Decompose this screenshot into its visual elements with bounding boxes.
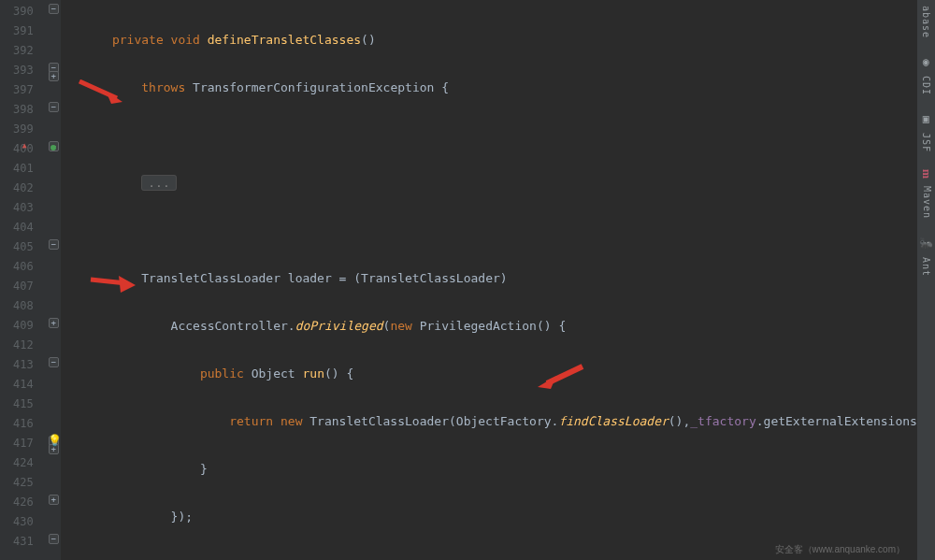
fold-expand-icon[interactable] [49,318,59,328]
line-number[interactable]: 424 [0,453,45,473]
line-number[interactable]: 416 [0,414,45,434]
line-number[interactable]: 413 [0,355,45,375]
line-number[interactable]: 412 [0,336,45,355]
fold-collapse-icon[interactable] [49,239,59,250]
fold-collapse-icon[interactable] [49,534,59,544]
line-number[interactable]: 431 [0,532,45,552]
cdi-icon: ◉ [919,55,932,69]
line-number[interactable]: 404 [0,218,45,237]
ide-editor: 3903913923933973983994004014024034044054… [0,0,935,560]
code-area[interactable]: private void defineTransletClasses() thr… [61,0,917,560]
fold-expand-icon[interactable] [49,71,59,81]
line-number[interactable]: 430 [0,512,45,532]
line-number[interactable]: 409 [0,316,45,336]
line-number[interactable]: 393 [0,61,45,80]
line-number[interactable]: 401 [0,159,45,179]
maven-icon: m [920,169,933,179]
line-number[interactable]: 415 [0,395,45,414]
line-number[interactable]: 417 [0,434,45,453]
tool-database[interactable]: abase [921,6,931,38]
tool-jsf[interactable]: ▣ JSF [919,112,932,152]
line-number[interactable]: 390 [0,2,45,22]
vcs-change-marker[interactable] [50,145,56,151]
fold-expand-icon[interactable] [49,495,59,505]
line-number[interactable]: 398 [0,100,45,120]
line-number[interactable]: 426 [0,493,45,512]
right-toolbar: abase ◉ CDI ▣ JSF m Maven 🐜 Ant [917,0,935,560]
line-number[interactable]: 392 [0,41,45,61]
line-number[interactable]: 414 [0,375,45,395]
line-number[interactable]: 408 [0,296,45,316]
line-number[interactable]: 391 [0,22,45,41]
line-number[interactable]: 403 [0,198,45,218]
tool-cdi[interactable]: ◉ CDI [919,55,932,95]
line-number[interactable]: 407 [0,277,45,296]
line-number[interactable]: 399 [0,120,45,139]
intention-bulb-icon[interactable]: 💡 [48,434,62,447]
line-number[interactable]: 405 [0,237,45,257]
fold-collapse-icon[interactable] [49,4,59,14]
line-number[interactable]: 406 [0,257,45,277]
fold-collapse-icon[interactable] [49,357,59,367]
watermark: 安全客（www.anquanke.com） [775,543,906,556]
tool-maven[interactable]: m Maven [919,169,933,219]
ant-icon: 🐜 [919,236,932,251]
line-number[interactable]: 425 [0,473,45,493]
override-marker-icon[interactable]: ▲ [22,141,27,150]
tool-ant[interactable]: 🐜 Ant [919,236,932,277]
fold-column[interactable]: 💡▲ [45,0,61,560]
jsf-icon: ▣ [919,112,932,126]
fold-placeholder[interactable]: ... [141,175,176,191]
line-number-gutter[interactable]: 3903913923933973983994004014024034044054… [0,0,45,560]
fold-collapse-icon[interactable] [49,102,59,112]
line-number[interactable]: 402 [0,179,45,198]
line-number[interactable]: 397 [0,80,45,100]
